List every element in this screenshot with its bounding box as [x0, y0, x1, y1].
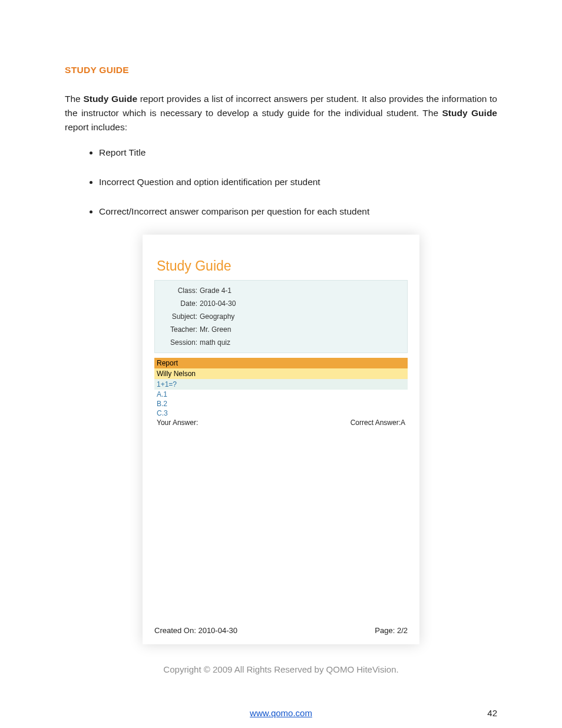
created-on: Created On: 2010-04-30: [154, 626, 237, 635]
footer-link[interactable]: www.qomo.com: [250, 708, 312, 718]
meta-label: Session:: [161, 338, 200, 347]
meta-row-teacher: Teacher: Mr. Green: [161, 323, 401, 336]
meta-label: Subject:: [161, 312, 200, 321]
list-item: Incorrect Question and option identifica…: [99, 177, 497, 187]
bullet-list: Report Title Incorrect Question and opti…: [65, 147, 497, 217]
report-body: Report Willy Nelson 1+1=? A.1 B.2 C.3 Yo…: [154, 358, 408, 427]
list-item: Correct/Incorrect answer comparison per …: [99, 206, 497, 217]
meta-row-date: Date: 2010-04-30: [161, 297, 401, 310]
meta-label: Date:: [161, 299, 200, 308]
report-preview: Study Guide Class: Grade 4-1 Date: 2010-…: [143, 235, 419, 644]
meta-value: Mr. Green: [200, 325, 401, 334]
meta-value: 2010-04-30: [200, 299, 401, 308]
page-number: 42: [487, 708, 497, 718]
report-title: Study Guide: [157, 258, 408, 274]
intro-paragraph: The Study Guide report provides a list o…: [65, 92, 497, 134]
answer-row: Your Answer: Correct Answer:A: [154, 418, 408, 427]
meta-row-class: Class: Grade 4-1: [161, 284, 401, 297]
meta-label: Teacher:: [161, 325, 200, 334]
intro-bold-1: Study Guide: [83, 94, 137, 104]
copyright-text: Copyright © 2009 All Rights Reserved by …: [65, 664, 497, 674]
option-row: A.1: [154, 390, 408, 399]
option-row: B.2: [154, 399, 408, 409]
question-row: 1+1=?: [154, 379, 408, 390]
footer-center: www.qomo.com: [65, 708, 497, 718]
report-section-header: Report: [154, 358, 408, 368]
meta-value: math quiz: [200, 338, 401, 347]
intro-suffix: report includes:: [65, 122, 127, 132]
meta-row-session: Session: math quiz: [161, 336, 401, 349]
correct-answer-label: Correct Answer:A: [351, 419, 405, 427]
intro-bold-2: Study Guide: [442, 108, 497, 118]
list-item: Report Title: [99, 147, 497, 158]
meta-value: Grade 4-1: [200, 286, 401, 295]
section-heading: STUDY GUIDE: [65, 65, 497, 75]
intro-prefix: The: [65, 94, 83, 104]
meta-row-subject: Subject: Geography: [161, 310, 401, 323]
option-row: C.3: [154, 409, 408, 418]
report-meta-box: Class: Grade 4-1 Date: 2010-04-30 Subjec…: [154, 280, 408, 353]
page-indicator: Page: 2/2: [375, 626, 408, 635]
meta-label: Class:: [161, 286, 200, 295]
report-footer: Created On: 2010-04-30 Page: 2/2: [154, 626, 408, 635]
student-name-row: Willy Nelson: [154, 368, 408, 379]
your-answer-label: Your Answer:: [157, 419, 198, 427]
meta-value: Geography: [200, 312, 401, 321]
